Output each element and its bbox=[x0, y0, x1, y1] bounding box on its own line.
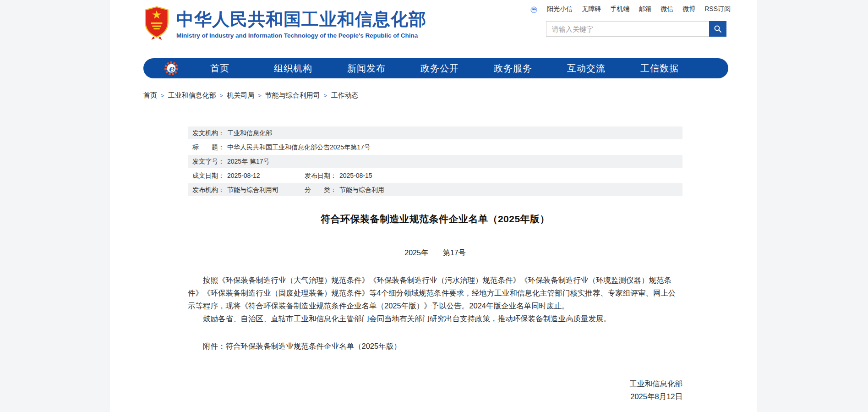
search-icon bbox=[714, 25, 722, 33]
doc-info-row-3: 成文日期：2025-08-12发布日期：2025-08-15 bbox=[188, 169, 682, 182]
breadcrumb-item-2[interactable]: 机关司局 bbox=[227, 91, 254, 99]
attachment-link[interactable]: 附件：符合环保装备制造业规范条件企业名单（2025年版） bbox=[188, 341, 682, 352]
utility-link-5[interactable]: 微博 bbox=[682, 5, 695, 13]
utility-bar: 阳光小信无障碍手机端邮箱微信微博RSS订阅 bbox=[530, 5, 731, 13]
doc-info-row-0: 发文机构：工业和信息化部 bbox=[188, 126, 682, 139]
doc-number: 2025年 第17号 bbox=[188, 248, 682, 258]
doc-info-label: 发布日期： bbox=[305, 172, 337, 179]
utility-link-2[interactable]: 手机端 bbox=[610, 5, 629, 13]
doc-info-value: 2025年 第17号 bbox=[227, 158, 270, 165]
site-title: 中华人民共和国工业和信息化部 bbox=[176, 10, 426, 29]
nav-item-5[interactable]: 互动交流 bbox=[550, 62, 623, 75]
doc-info-cell: 发布日期：2025-08-15 bbox=[305, 169, 372, 182]
doc-info-cell: 发文字号：2025年 第17号 bbox=[192, 155, 270, 168]
doc-info-row-2: 发文字号：2025年 第17号 bbox=[188, 155, 682, 168]
doc-info-cell: 发布机构：节能与综合利用司 bbox=[192, 183, 278, 196]
doc-info-label: 发文机构： bbox=[192, 129, 224, 137]
doc-info-cell: 标 题：中华人民共和国工业和信息化部公告2025年第17号 bbox=[192, 141, 371, 154]
miit-gear-logo-icon: e bbox=[164, 61, 179, 76]
main-nav: e 首页组织机构新闻发布政务公开政务服务互动交流工信数据 bbox=[143, 58, 728, 78]
nav-item-1[interactable]: 组织机构 bbox=[257, 62, 330, 75]
article-paragraph-0: 按照《环保装备制造行业（大气治理）规范条件》《环保装备制造行业（污水治理）规范条… bbox=[188, 274, 682, 312]
doc-info-value: 节能与综合利用司 bbox=[227, 186, 278, 193]
doc-info-label: 成文日期： bbox=[192, 172, 224, 179]
signature-block: 工业和信息化部 2025年8月12日 bbox=[188, 377, 682, 403]
doc-info-label: 标 题： bbox=[192, 143, 224, 151]
search-button[interactable] bbox=[709, 21, 726, 37]
article-body: 按照《环保装备制造行业（大气治理）规范条件》《环保装备制造行业（污水治理）规范条… bbox=[188, 274, 682, 325]
search-input[interactable] bbox=[546, 21, 709, 37]
nav-item-2[interactable]: 新闻发布 bbox=[330, 62, 403, 75]
doc-info-cell: 分 类：节能与综合利用 bbox=[305, 183, 384, 196]
page: 阳光小信无障碍手机端邮箱微信微博RSS订阅 bbox=[0, 0, 868, 412]
breadcrumb-item-1[interactable]: 工业和信息化部 bbox=[168, 91, 216, 99]
breadcrumb-separator: > bbox=[220, 92, 224, 99]
breadcrumb-separator: > bbox=[258, 92, 262, 99]
nav-item-0[interactable]: 首页 bbox=[183, 62, 257, 75]
doc-info-cell: 发文机构：工业和信息化部 bbox=[192, 126, 272, 139]
utility-link-1[interactable]: 无障碍 bbox=[582, 5, 601, 13]
breadcrumb-item-3[interactable]: 节能与综合利用司 bbox=[265, 91, 320, 99]
sunshine-robot-icon bbox=[530, 5, 538, 13]
nav-item-6[interactable]: 工信数据 bbox=[623, 62, 696, 75]
doc-info-table: 发文机构：工业和信息化部标 题：中华人民共和国工业和信息化部公告2025年第17… bbox=[188, 126, 682, 196]
site-brand: 中华人民共和国工业和信息化部 Ministry of Industry and … bbox=[143, 6, 426, 42]
doc-info-value: 工业和信息化部 bbox=[227, 129, 272, 137]
utility-link-6[interactable]: RSS订阅 bbox=[704, 5, 731, 13]
utility-link-0[interactable]: 阳光小信 bbox=[547, 5, 573, 13]
doc-info-label: 发文字号： bbox=[192, 158, 224, 165]
article-paragraph-1: 鼓励各省、自治区、直辖市工业和信息化主管部门会同当地有关部门研究出台支持政策，推… bbox=[188, 312, 682, 325]
breadcrumb: 首页>工业和信息化部>机关司局>节能与综合利用司>工作动态 bbox=[143, 91, 358, 100]
breadcrumb-item-4: 工作动态 bbox=[331, 91, 358, 99]
doc-info-value: 中华人民共和国工业和信息化部公告2025年第17号 bbox=[227, 143, 371, 151]
signature-date: 2025年8月12日 bbox=[188, 390, 682, 403]
breadcrumb-item-0[interactable]: 首页 bbox=[143, 91, 157, 99]
signature-org: 工业和信息化部 bbox=[188, 377, 682, 390]
svg-text:e: e bbox=[169, 63, 175, 73]
utility-link-4[interactable]: 微信 bbox=[661, 5, 673, 13]
doc-info-row-4: 发布机构：节能与综合利用司分 类：节能与综合利用 bbox=[188, 183, 682, 196]
nav-item-4[interactable]: 政务服务 bbox=[476, 62, 550, 75]
doc-info-row-1: 标 题：中华人民共和国工业和信息化部公告2025年第17号 bbox=[188, 141, 682, 154]
doc-info-value: 2025-08-15 bbox=[339, 172, 372, 179]
article-title: 符合环保装备制造业规范条件企业名单（2025年版） bbox=[188, 213, 682, 225]
doc-info-cell: 成文日期：2025-08-12 bbox=[192, 169, 260, 182]
article: 发文机构：工业和信息化部标 题：中华人民共和国工业和信息化部公告2025年第17… bbox=[188, 126, 682, 403]
doc-info-value: 节能与综合利用 bbox=[339, 186, 384, 193]
breadcrumb-separator: > bbox=[324, 92, 328, 99]
doc-info-label: 发布机构： bbox=[192, 186, 224, 193]
doc-info-label: 分 类： bbox=[305, 186, 337, 193]
search-bar bbox=[546, 21, 726, 37]
doc-info-value: 2025-08-12 bbox=[227, 172, 260, 179]
national-emblem-icon bbox=[143, 6, 170, 42]
nav-item-3[interactable]: 政务公开 bbox=[403, 62, 476, 75]
site-subtitle: Ministry of Industry and Information Tec… bbox=[176, 32, 426, 39]
utility-link-3[interactable]: 邮箱 bbox=[639, 5, 651, 13]
breadcrumb-separator: > bbox=[161, 92, 164, 99]
